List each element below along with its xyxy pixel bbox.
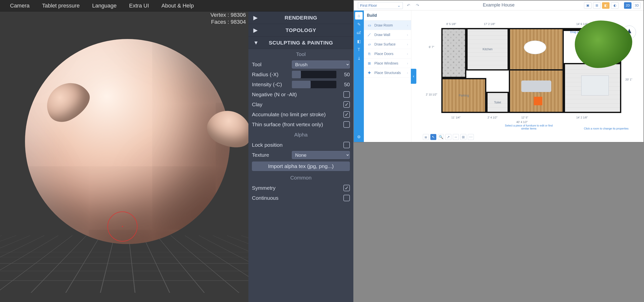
foot-measure-icon[interactable]: ↔ xyxy=(453,134,459,140)
dim-label: 12' 5" xyxy=(521,116,528,119)
dim-label: 11' 1/4" xyxy=(451,116,460,119)
chevron-right-icon: › xyxy=(407,71,408,75)
menu-extra-ui[interactable]: Extra UI xyxy=(129,2,149,9)
collapse-handle[interactable]: ‹ xyxy=(411,69,416,84)
item-place-windows[interactable]: ⊞Place Windows› xyxy=(364,58,411,68)
continuous-checkbox[interactable] xyxy=(343,195,350,201)
rail-settings-icon[interactable]: ⚙ xyxy=(355,133,362,140)
negative-checkbox[interactable] xyxy=(343,91,350,98)
dim-label: 20' 1" xyxy=(626,78,632,81)
area-terrace[interactable] xyxy=(441,28,466,78)
sculpt-viewport[interactable]: Vertex : 98306 Faces : 98304 xyxy=(0,12,248,302)
foot-export-icon[interactable]: ↗ xyxy=(445,134,451,140)
foot-pointer-icon[interactable]: ↖ xyxy=(430,134,436,140)
lock-checkbox[interactable] xyxy=(343,142,350,148)
tool-select[interactable]: Brush xyxy=(292,60,350,68)
side-panel: ▶RENDERING ▶TOPOLOGY ▼SCULPTING & PAINTI… xyxy=(248,12,353,302)
play-icon: ▶ xyxy=(254,27,258,33)
view-dimension-button[interactable]: ⊞ xyxy=(593,2,600,9)
thin-checkbox[interactable] xyxy=(343,121,350,128)
garden-area[interactable] xyxy=(575,20,632,68)
list-header: Build + xyxy=(364,10,411,20)
redo-button[interactable]: ↷ xyxy=(414,2,421,9)
tool-label: Tool xyxy=(252,62,290,68)
floorplan-canvas[interactable]: ‹ Drag a wall to enlarge the room Kitche… xyxy=(411,10,644,142)
room-parking[interactable]: Parking xyxy=(441,78,486,113)
topbar: First Floor⌄ ↶ ↷ Example House ▣ ⊞ ◧ ◐ 2… xyxy=(354,0,644,10)
dim-label: 14' 2 1/8" xyxy=(576,116,588,119)
brush-cursor xyxy=(108,212,138,242)
armchair[interactable] xyxy=(534,97,542,105)
clay-label: Clay xyxy=(252,102,341,108)
bed[interactable] xyxy=(581,76,609,96)
rail-pencil-icon[interactable]: ✎ xyxy=(355,20,362,28)
section-alpha: Alpha xyxy=(248,130,353,140)
dim-label: 8' 5 1/8" xyxy=(446,22,456,26)
room-kitchen[interactable]: Kitchen xyxy=(466,28,509,70)
item-draw-room[interactable]: ▭Draw Room› xyxy=(364,20,411,30)
dining-table[interactable] xyxy=(524,40,546,54)
accordion-sculpting[interactable]: ▼SCULPTING & PAINTING xyxy=(248,36,353,49)
texture-select[interactable]: None xyxy=(292,151,350,159)
radius-value: 50 xyxy=(339,72,350,78)
menubar: Camera Tablet pressure Language Extra UI… xyxy=(0,0,353,12)
radius-slider[interactable] xyxy=(292,71,336,78)
foot-grid-icon[interactable]: ⊞ xyxy=(460,134,466,140)
room-icon: ▭ xyxy=(367,23,372,28)
dim-label: 17' 2 1/8" xyxy=(484,22,495,26)
clay-checkbox[interactable]: ✓ xyxy=(343,101,350,108)
hint-select: Select a piece of furniture to edit or f… xyxy=(504,124,554,130)
view-2d-button[interactable]: 2D xyxy=(624,2,632,9)
wall-icon: ／ xyxy=(367,32,372,37)
foot-misc-icon[interactable]: ⋯ xyxy=(468,134,474,140)
accordion-topology[interactable]: ▶TOPOLOGY xyxy=(248,24,353,36)
import-alpha-button[interactable]: Import alpha tex (jpg, png...) xyxy=(252,162,350,171)
rail-build-icon[interactable]: ⌂ xyxy=(355,12,362,20)
chevron-right-icon: › xyxy=(407,33,408,37)
hint-click: Click a room to change its properties xyxy=(584,127,628,130)
item-draw-surface[interactable]: ▱Draw Surface› xyxy=(364,40,411,49)
view-3d-button[interactable]: 3D xyxy=(633,2,640,9)
item-draw-wall[interactable]: ／Draw Wall› xyxy=(364,30,411,40)
item-place-structurals[interactable]: ✚Place Structurals› xyxy=(364,68,411,78)
rail-furniture-icon[interactable]: 🛋 xyxy=(355,29,362,36)
chevron-right-icon: › xyxy=(407,23,408,27)
view-boundary-button[interactable]: ▣ xyxy=(584,2,592,9)
section-common: Common xyxy=(248,172,353,183)
negative-label: Negative (N or -Alt) xyxy=(252,92,341,98)
continuous-label: Continuous xyxy=(252,195,341,201)
menu-language[interactable]: Language xyxy=(92,2,117,9)
intensity-label: Intensity (-C) xyxy=(252,82,290,88)
rail-export-icon[interactable]: ⤓ xyxy=(355,54,362,62)
dim-label: 40' 4 1/2" xyxy=(516,120,528,124)
window-icon: ⊞ xyxy=(367,61,372,66)
item-place-doors[interactable]: ⎘Place Doors› xyxy=(364,49,411,58)
rail-style-icon[interactable]: ◧ xyxy=(355,38,362,45)
section-tool: Tool xyxy=(248,49,353,60)
sofa[interactable] xyxy=(521,80,551,92)
rail-text-icon[interactable]: T xyxy=(355,46,362,54)
menu-camera[interactable]: Camera xyxy=(10,2,30,9)
chevron-right-icon: › xyxy=(407,52,408,56)
chevron-right-icon: › xyxy=(407,61,408,65)
accordion-rendering[interactable]: ▶RENDERING xyxy=(248,12,353,24)
floor-select[interactable]: First Floor⌄ xyxy=(358,2,403,9)
undo-button[interactable]: ↶ xyxy=(405,2,412,9)
floor-plan: Kitchen Dining Living Parking Toilet Bed… xyxy=(441,28,621,113)
dim-label: 2' 10 1/2" xyxy=(426,93,437,96)
accumulate-label: Accumulate (no limit per stroke) xyxy=(252,112,341,118)
menu-tablet-pressure[interactable]: Tablet pressure xyxy=(42,2,80,9)
dim-label: 2' 4 1/2" xyxy=(488,116,498,119)
structural-icon: ✚ xyxy=(367,70,372,75)
room-toilet[interactable]: Toilet xyxy=(486,92,509,113)
view-texture-button[interactable]: ◧ xyxy=(602,2,610,9)
door-icon: ⎘ xyxy=(367,51,372,56)
foot-search-icon[interactable]: 🔍 xyxy=(438,134,444,140)
triangle-down-icon: ▼ xyxy=(254,40,259,46)
symmetry-checkbox[interactable]: ✓ xyxy=(343,185,350,191)
view-contrast-button[interactable]: ◐ xyxy=(611,2,618,9)
menu-about-help[interactable]: About & Help xyxy=(162,2,194,9)
accumulate-checkbox[interactable]: ✓ xyxy=(343,111,350,118)
intensity-slider[interactable] xyxy=(292,81,336,88)
foot-layers-icon[interactable]: ≣ xyxy=(423,134,429,140)
